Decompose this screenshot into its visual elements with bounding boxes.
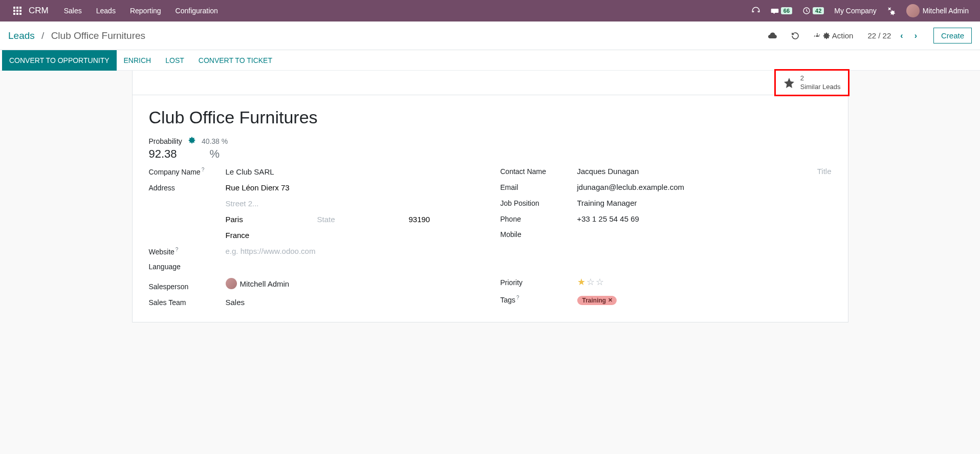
brand-label[interactable]: CRM	[27, 6, 57, 16]
convert-ticket-button[interactable]: CONVERT TO TICKET	[191, 50, 279, 71]
email-field[interactable]: jdunagan@leclub.example.com	[577, 183, 832, 191]
undo-icon[interactable]	[791, 32, 799, 40]
priority-field[interactable]: ★ ☆ ☆	[577, 276, 832, 288]
user-name: Mitchell Admin	[923, 7, 969, 15]
tags-row: Tags? Training ✕	[500, 295, 832, 305]
breadcrumb-separator: /	[37, 30, 48, 41]
company-name-value[interactable]: Le Club SARL	[226, 167, 480, 176]
salesperson-row: Salesperson Mitchell Admin	[149, 278, 480, 291]
convert-opportunity-button[interactable]: CONVERT TO OPPORTUNITY	[2, 50, 117, 71]
website-field[interactable]: e.g. https://www.odoo.com	[226, 247, 480, 255]
svg-rect-5	[19, 10, 21, 12]
nav-sales[interactable]: Sales	[57, 0, 89, 21]
create-button[interactable]: Create	[933, 28, 972, 44]
contact-title-field[interactable]: Title	[817, 167, 832, 176]
top-navbar: CRM Sales Leads Reporting Configuration …	[0, 0, 980, 21]
street-field[interactable]: Rue Léon Dierx 73	[226, 183, 480, 192]
contact-name-field[interactable]: Jacques Dunagan Title	[577, 167, 832, 176]
salesperson-field[interactable]: Mitchell Admin	[226, 278, 480, 289]
pager-next[interactable]: ›	[912, 31, 919, 40]
nav-configuration[interactable]: Configuration	[168, 0, 225, 21]
priority-row: Priority ★ ☆ ☆	[500, 276, 832, 288]
company-name-label: Company Name?	[149, 167, 226, 176]
probability-value[interactable]: 92.38	[149, 147, 177, 161]
action-menu[interactable]: Action	[814, 31, 854, 40]
zip-field[interactable]: 93190	[409, 215, 480, 224]
sheet-body: Club Office Furnitures Probability 40.38…	[133, 95, 848, 322]
similar-leads-count: 2	[800, 74, 841, 83]
email-row: Email jdunagan@leclub.example.com	[500, 183, 832, 191]
job-position-label: Job Position	[500, 199, 577, 207]
star-1-icon[interactable]: ★	[577, 276, 585, 288]
website-row: Website? e.g. https://www.odoo.com	[149, 247, 480, 256]
phone-label: Phone	[500, 215, 577, 223]
nav-reporting[interactable]: Reporting	[123, 0, 168, 21]
svg-rect-1	[16, 7, 18, 9]
probability-auto-value: 40.38 %	[202, 137, 228, 145]
probability-label: Probability	[149, 137, 182, 145]
country-field[interactable]: France	[226, 231, 480, 240]
star-3-icon[interactable]: ☆	[596, 276, 604, 288]
pager-prev[interactable]: ‹	[898, 31, 905, 40]
left-column: Company Name? Le Club SARL Address Rue L…	[149, 167, 480, 314]
svg-rect-3	[13, 10, 15, 12]
help-icon[interactable]: ?	[202, 167, 205, 172]
voip-icon[interactable]	[748, 0, 764, 21]
help-icon[interactable]: ?	[176, 247, 179, 252]
svg-rect-4	[16, 10, 18, 12]
avatar-icon	[906, 4, 920, 17]
job-position-row: Job Position Training Manager	[500, 199, 832, 207]
button-box: 2 Similar Leads	[133, 71, 848, 95]
debug-icon[interactable]	[884, 0, 899, 21]
state-field[interactable]: State	[317, 215, 388, 224]
user-menu[interactable]: Mitchell Admin	[903, 0, 972, 21]
messages-icon[interactable]: 66	[768, 0, 795, 21]
svg-rect-0	[13, 7, 15, 9]
sales-team-field[interactable]: Sales	[226, 298, 480, 307]
company-switcher[interactable]: My Company	[831, 0, 879, 21]
phone-field[interactable]: +33 1 25 54 45 69	[577, 214, 832, 223]
close-icon[interactable]: ✕	[608, 297, 613, 304]
tags-field[interactable]: Training ✕	[577, 295, 832, 305]
activities-icon[interactable]: 42	[799, 0, 827, 21]
probability-symbol: %	[210, 147, 220, 161]
salesperson-label: Salesperson	[149, 283, 226, 291]
pager-value[interactable]: 22 / 22	[867, 31, 891, 40]
contact-name-row: Contact Name Jacques Dunagan Title	[500, 167, 832, 176]
similar-leads-button[interactable]: 2 Similar Leads	[776, 71, 848, 95]
mobile-label: Mobile	[500, 230, 577, 239]
breadcrumb-root[interactable]: Leads	[8, 30, 35, 41]
tag-training[interactable]: Training ✕	[577, 296, 617, 305]
lead-title[interactable]: Club Office Furnitures	[149, 107, 832, 127]
star-icon	[783, 77, 795, 89]
star-2-icon[interactable]: ☆	[586, 276, 595, 288]
contact-name-value: Jacques Dunagan	[577, 167, 639, 176]
lost-button[interactable]: LOST	[158, 50, 191, 71]
help-icon[interactable]: ?	[516, 295, 519, 300]
svg-rect-7	[16, 13, 18, 15]
mobile-row: Mobile	[500, 230, 832, 239]
svg-rect-2	[19, 7, 21, 9]
contact-name-label: Contact Name	[500, 167, 577, 176]
navbar-right: 66 42 My Company Mitchell Admin	[748, 0, 972, 21]
apps-icon[interactable]	[8, 7, 27, 15]
cloud-upload-icon[interactable]	[768, 31, 777, 40]
enrich-button[interactable]: ENRICH	[117, 50, 159, 71]
action-label: Action	[832, 31, 854, 40]
company-name-row: Company Name? Le Club SARL	[149, 167, 480, 176]
street2-field[interactable]: Street 2...	[226, 199, 480, 208]
job-position-field[interactable]: Training Manager	[577, 199, 832, 207]
messages-badge: 66	[781, 7, 792, 14]
svg-rect-6	[13, 13, 15, 15]
sales-team-row: Sales Team Sales	[149, 298, 480, 307]
gear-icon[interactable]	[188, 137, 195, 144]
address-grid: Rue Léon Dierx 73 Street 2... Paris Stat…	[226, 183, 480, 240]
probability-main: 92.38 %	[149, 147, 832, 161]
website-label: Website?	[149, 247, 226, 256]
control-right: Action 22 / 22 ‹ › Create	[768, 28, 972, 44]
city-field[interactable]: Paris	[226, 215, 297, 224]
breadcrumb: Leads / Club Office Furnitures	[8, 30, 145, 41]
nav-leads[interactable]: Leads	[89, 0, 123, 21]
address-label: Address	[149, 184, 226, 192]
pager: 22 / 22 ‹ ›	[867, 31, 919, 40]
